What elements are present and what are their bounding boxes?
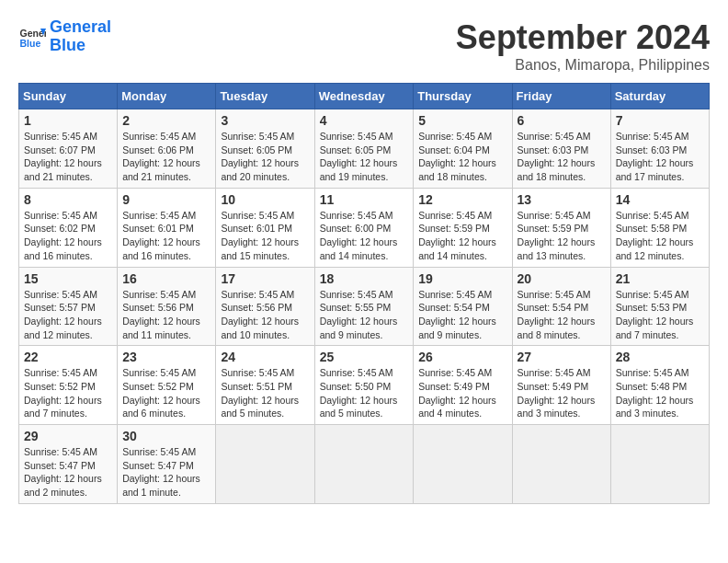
title-area: September 2024 Banos, Mimaropa, Philippi… bbox=[456, 18, 710, 74]
day-info: Sunrise: 5:45 AM Sunset: 5:53 PM Dayligh… bbox=[616, 288, 704, 342]
location-title: Banos, Mimaropa, Philippines bbox=[456, 57, 710, 74]
table-row: 7 Sunrise: 5:45 AM Sunset: 6:03 PM Dayli… bbox=[610, 109, 709, 189]
header-wednesday: Wednesday bbox=[314, 84, 414, 109]
table-row: 27 Sunrise: 5:45 AM Sunset: 5:49 PM Dayl… bbox=[512, 346, 610, 425]
day-number: 1 bbox=[24, 113, 112, 128]
day-number: 9 bbox=[122, 192, 210, 207]
calendar-week-row: 1 Sunrise: 5:45 AM Sunset: 6:07 PM Dayli… bbox=[19, 109, 710, 189]
table-row: 30 Sunrise: 5:45 AM Sunset: 5:47 PM Dayl… bbox=[118, 425, 216, 504]
day-info: Sunrise: 5:45 AM Sunset: 6:02 PM Dayligh… bbox=[24, 209, 112, 263]
day-info: Sunrise: 5:45 AM Sunset: 5:58 PM Dayligh… bbox=[616, 209, 704, 263]
day-info: Sunrise: 5:45 AM Sunset: 5:56 PM Dayligh… bbox=[221, 288, 309, 342]
calendar-week-row: 22 Sunrise: 5:45 AM Sunset: 5:52 PM Dayl… bbox=[19, 346, 710, 425]
table-row: 2 Sunrise: 5:45 AM Sunset: 6:06 PM Dayli… bbox=[118, 109, 216, 189]
day-info: Sunrise: 5:45 AM Sunset: 5:49 PM Dayligh… bbox=[418, 366, 506, 420]
day-number: 3 bbox=[221, 113, 309, 128]
table-row: 26 Sunrise: 5:45 AM Sunset: 5:49 PM Dayl… bbox=[414, 346, 512, 425]
table-row bbox=[414, 425, 512, 504]
day-number: 28 bbox=[616, 350, 704, 364]
header-tuesday: Tuesday bbox=[216, 84, 314, 109]
day-info: Sunrise: 5:45 AM Sunset: 6:00 PM Dayligh… bbox=[320, 209, 409, 263]
header-sunday: Sunday bbox=[19, 84, 118, 109]
day-number: 10 bbox=[221, 192, 309, 207]
table-row: 23 Sunrise: 5:45 AM Sunset: 5:52 PM Dayl… bbox=[118, 346, 216, 425]
day-number: 25 bbox=[320, 350, 409, 364]
table-row: 28 Sunrise: 5:45 AM Sunset: 5:48 PM Dayl… bbox=[610, 346, 709, 425]
table-row: 8 Sunrise: 5:45 AM Sunset: 6:02 PM Dayli… bbox=[19, 188, 118, 267]
day-info: Sunrise: 5:45 AM Sunset: 5:54 PM Dayligh… bbox=[518, 288, 606, 342]
weekday-header-row: Sunday Monday Tuesday Wednesday Thursday… bbox=[19, 84, 710, 109]
table-row: 1 Sunrise: 5:45 AM Sunset: 6:07 PM Dayli… bbox=[19, 109, 118, 189]
day-number: 8 bbox=[24, 192, 112, 207]
calendar-week-row: 29 Sunrise: 5:45 AM Sunset: 5:47 PM Dayl… bbox=[19, 425, 710, 504]
table-row: 25 Sunrise: 5:45 AM Sunset: 5:50 PM Dayl… bbox=[314, 346, 414, 425]
table-row: 21 Sunrise: 5:45 AM Sunset: 5:53 PM Dayl… bbox=[610, 267, 709, 346]
day-number: 30 bbox=[122, 429, 210, 443]
logo: General Blue General Blue bbox=[18, 18, 111, 55]
logo-text-blue: Blue bbox=[50, 37, 111, 55]
day-number: 14 bbox=[616, 192, 704, 207]
day-info: Sunrise: 5:45 AM Sunset: 6:04 PM Dayligh… bbox=[418, 130, 506, 184]
day-info: Sunrise: 5:45 AM Sunset: 5:47 PM Dayligh… bbox=[122, 445, 210, 500]
table-row bbox=[216, 425, 314, 504]
day-info: Sunrise: 5:45 AM Sunset: 5:56 PM Dayligh… bbox=[122, 288, 210, 342]
table-row: 14 Sunrise: 5:45 AM Sunset: 5:58 PM Dayl… bbox=[610, 188, 709, 267]
day-number: 4 bbox=[320, 113, 409, 128]
day-number: 7 bbox=[616, 113, 704, 128]
day-number: 23 bbox=[122, 350, 210, 364]
calendar-week-row: 15 Sunrise: 5:45 AM Sunset: 5:57 PM Dayl… bbox=[19, 267, 710, 346]
day-number: 2 bbox=[122, 113, 210, 128]
day-number: 5 bbox=[418, 113, 506, 128]
table-row: 4 Sunrise: 5:45 AM Sunset: 6:05 PM Dayli… bbox=[314, 109, 414, 189]
logo-icon: General Blue bbox=[18, 23, 46, 51]
logo-text: General bbox=[50, 18, 111, 37]
day-number: 29 bbox=[24, 429, 112, 443]
day-number: 12 bbox=[418, 192, 506, 207]
day-info: Sunrise: 5:45 AM Sunset: 6:03 PM Dayligh… bbox=[616, 130, 704, 184]
day-info: Sunrise: 5:45 AM Sunset: 6:01 PM Dayligh… bbox=[221, 209, 309, 263]
day-number: 20 bbox=[518, 271, 606, 286]
table-row: 22 Sunrise: 5:45 AM Sunset: 5:52 PM Dayl… bbox=[19, 346, 118, 425]
table-row: 9 Sunrise: 5:45 AM Sunset: 6:01 PM Dayli… bbox=[118, 188, 216, 267]
day-number: 21 bbox=[616, 271, 704, 286]
table-row: 20 Sunrise: 5:45 AM Sunset: 5:54 PM Dayl… bbox=[512, 267, 610, 346]
table-row: 10 Sunrise: 5:45 AM Sunset: 6:01 PM Dayl… bbox=[216, 188, 314, 267]
table-row bbox=[314, 425, 414, 504]
header-monday: Monday bbox=[118, 84, 216, 109]
day-number: 27 bbox=[518, 350, 606, 364]
table-row: 13 Sunrise: 5:45 AM Sunset: 5:59 PM Dayl… bbox=[512, 188, 610, 267]
day-number: 24 bbox=[221, 350, 309, 364]
day-number: 6 bbox=[518, 113, 606, 128]
day-info: Sunrise: 5:45 AM Sunset: 6:05 PM Dayligh… bbox=[221, 130, 309, 184]
table-row: 12 Sunrise: 5:45 AM Sunset: 5:59 PM Dayl… bbox=[414, 188, 512, 267]
calendar-week-row: 8 Sunrise: 5:45 AM Sunset: 6:02 PM Dayli… bbox=[19, 188, 710, 267]
table-row bbox=[610, 425, 709, 504]
table-row: 11 Sunrise: 5:45 AM Sunset: 6:00 PM Dayl… bbox=[314, 188, 414, 267]
day-info: Sunrise: 5:45 AM Sunset: 6:06 PM Dayligh… bbox=[122, 130, 210, 184]
table-row: 5 Sunrise: 5:45 AM Sunset: 6:04 PM Dayli… bbox=[414, 109, 512, 189]
day-number: 22 bbox=[24, 350, 112, 364]
svg-text:Blue: Blue bbox=[20, 37, 41, 48]
day-number: 13 bbox=[518, 192, 606, 207]
month-title: September 2024 bbox=[456, 18, 710, 57]
day-info: Sunrise: 5:45 AM Sunset: 5:50 PM Dayligh… bbox=[320, 366, 409, 420]
day-info: Sunrise: 5:45 AM Sunset: 5:49 PM Dayligh… bbox=[518, 366, 606, 420]
table-row: 17 Sunrise: 5:45 AM Sunset: 5:56 PM Dayl… bbox=[216, 267, 314, 346]
table-row: 19 Sunrise: 5:45 AM Sunset: 5:54 PM Dayl… bbox=[414, 267, 512, 346]
day-info: Sunrise: 5:45 AM Sunset: 5:59 PM Dayligh… bbox=[418, 209, 506, 263]
header-thursday: Thursday bbox=[414, 84, 512, 109]
day-info: Sunrise: 5:45 AM Sunset: 6:01 PM Dayligh… bbox=[122, 209, 210, 263]
day-info: Sunrise: 5:45 AM Sunset: 5:48 PM Dayligh… bbox=[616, 366, 704, 420]
day-info: Sunrise: 5:45 AM Sunset: 5:47 PM Dayligh… bbox=[24, 445, 112, 500]
day-info: Sunrise: 5:45 AM Sunset: 6:03 PM Dayligh… bbox=[518, 130, 606, 184]
day-info: Sunrise: 5:45 AM Sunset: 6:05 PM Dayligh… bbox=[320, 130, 409, 184]
day-number: 26 bbox=[418, 350, 506, 364]
day-number: 18 bbox=[320, 271, 409, 286]
table-row: 6 Sunrise: 5:45 AM Sunset: 6:03 PM Dayli… bbox=[512, 109, 610, 189]
day-info: Sunrise: 5:45 AM Sunset: 5:51 PM Dayligh… bbox=[221, 366, 309, 420]
day-info: Sunrise: 5:45 AM Sunset: 5:57 PM Dayligh… bbox=[24, 288, 112, 342]
calendar-table: Sunday Monday Tuesday Wednesday Thursday… bbox=[18, 83, 710, 504]
day-info: Sunrise: 5:45 AM Sunset: 5:52 PM Dayligh… bbox=[24, 366, 112, 420]
day-number: 15 bbox=[24, 271, 112, 286]
table-row: 15 Sunrise: 5:45 AM Sunset: 5:57 PM Dayl… bbox=[19, 267, 118, 346]
